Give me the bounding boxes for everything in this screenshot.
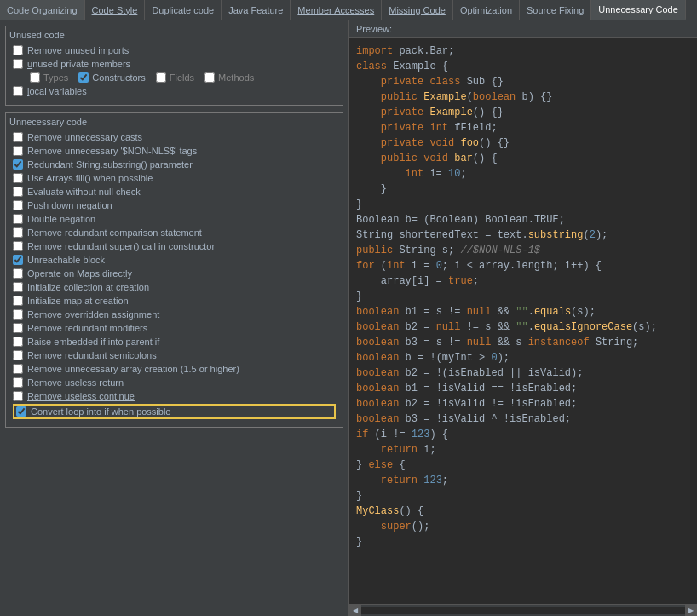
remove-redundant-super-label[interactable]: Remove redundant super() call in constru… [27,241,215,251]
initialize-collection-label[interactable]: Initialize collection at creation [27,282,149,292]
operate-on-maps-label[interactable]: Operate on Maps directly [27,268,132,279]
code-line: } else { [356,458,690,473]
remove-unused-private-members-row: unused private members [13,57,336,71]
code-line: boolean b3 = s != null && s instanceof S… [356,335,690,350]
unnecessary-code-section: Unnecessary code Remove unnecessary cast… [5,112,343,428]
unnecessary-code-title: Unnecessary code [9,117,336,127]
convert-loop-checkbox[interactable] [16,406,26,417]
scroll-track[interactable] [361,607,685,614]
remove-unnecessary-casts-checkbox[interactable] [13,132,23,142]
left-panel: Unused code Remove unused imports unused… [0,20,349,616]
remove-redundant-super-checkbox[interactable] [13,241,23,251]
tab-missing-code[interactable]: Missing Code [382,0,453,20]
code-line: import pack.Bar; [356,43,690,59]
remove-unused-private-members-label[interactable]: unused private members [27,59,130,69]
remove-useless-continue-checkbox[interactable] [13,391,23,401]
initialize-collection-row: Initialize collection at creation [13,280,336,294]
initialize-map-label[interactable]: Initialize map at creation [27,296,129,306]
double-negation-checkbox[interactable] [13,214,23,224]
tab-code-style[interactable]: Code Style [85,0,146,20]
remove-unnecessary-nonnls-checkbox[interactable] [13,146,23,156]
sub-item-types: Types [30,72,68,83]
remove-unused-local-vars-label[interactable]: local variables [27,86,87,96]
remove-redundant-semicolons-label[interactable]: Remove redundant semicolons [27,350,157,360]
remove-overridden-assignment-label[interactable]: Remove overridden assignment [27,309,159,320]
preview-label: Preview: [349,20,697,38]
redundant-substring-label[interactable]: Redundant String.substring() parameter [27,159,193,170]
tab-code-organizing[interactable]: Code Organizing [0,0,85,20]
fields-checkbox[interactable] [156,72,166,83]
tab-source-fixing[interactable]: Source Fixing [520,0,591,20]
use-arrays-fill-checkbox[interactable] [13,173,23,183]
remove-unnecessary-array-label[interactable]: Remove unnecessary array creation (1.5 o… [27,364,239,374]
remove-unused-private-members-checkbox[interactable] [13,59,23,69]
code-line: boolean b2 = !(isEnabled || isValid); [356,366,690,381]
operate-on-maps-checkbox[interactable] [13,268,23,279]
evaluate-without-null-checkbox[interactable] [13,187,23,197]
code-line: boolean b1 = s != null && "".equals(s); [356,304,690,320]
remove-overridden-assignment-row: Remove overridden assignment [13,308,336,321]
sub-items-row: Types Constructors Fields Methods [30,71,336,84]
remove-redundant-comparison-label[interactable]: Remove redundant comparison statement [27,227,202,238]
code-line: super(); [356,519,690,534]
push-down-negation-label[interactable]: Push down negation [27,200,112,210]
remove-unused-local-vars-checkbox[interactable] [13,86,23,96]
operate-on-maps-row: Operate on Maps directly [13,267,336,280]
remove-redundant-comparison-checkbox[interactable] [13,227,23,238]
convert-loop-row: Convert loop into if when possible [13,404,336,419]
unused-code-title: Unused code [9,30,336,40]
code-line: } [356,534,690,550]
initialize-collection-checkbox[interactable] [13,282,23,292]
code-line: class Example { [356,59,690,74]
remove-useless-return-checkbox[interactable] [13,377,23,388]
use-arrays-fill-row: Use Arrays.fill() when possible [13,171,336,185]
constructors-checkbox[interactable] [78,72,89,83]
remove-unnecessary-nonnls-label[interactable]: Remove unnecessary '$NON-NLS$' tags [27,146,197,156]
raise-embedded-if-label[interactable]: Raise embedded if into parent if [27,337,159,347]
horizontal-scrollbar[interactable]: ◀ ▶ [349,604,697,616]
scroll-left-button[interactable]: ◀ [349,605,361,617]
remove-unnecessary-array-row: Remove unnecessary array creation (1.5 o… [13,362,336,376]
remove-unnecessary-casts-label[interactable]: Remove unnecessary casts [27,132,142,142]
code-area[interactable]: import pack.Bar; class Example { private… [349,38,697,604]
remove-overridden-assignment-checkbox[interactable] [13,309,23,320]
constructors-label: Constructors [92,72,145,83]
tab-optimization[interactable]: Optimization [453,0,520,20]
tab-duplicate-code[interactable]: Duplicate code [145,0,222,20]
unreachable-block-checkbox[interactable] [13,255,23,265]
tab-unnecessary-code[interactable]: Unnecessary Code [591,0,686,20]
remove-unused-imports-checkbox[interactable] [13,45,23,55]
push-down-negation-checkbox[interactable] [13,200,23,210]
use-arrays-fill-label[interactable]: Use Arrays.fill() when possible [27,173,153,183]
remove-unnecessary-casts-row: Remove unnecessary casts [13,130,336,144]
raise-embedded-if-checkbox[interactable] [13,337,23,347]
sub-item-constructors: Constructors [78,72,145,83]
remove-useless-continue-row: Remove useless continue [13,389,336,403]
initialize-map-checkbox[interactable] [13,296,23,306]
convert-loop-label[interactable]: Convert loop into if when possible [31,406,170,417]
remove-useless-continue-label[interactable]: Remove useless continue [27,391,135,401]
remove-unused-imports-label[interactable]: Remove unused imports [27,45,129,55]
methods-label: Methods [218,72,254,83]
remove-useless-return-label[interactable]: Remove useless return [27,377,124,388]
code-line: private void foo() {} [356,135,690,151]
code-line: MyClass() { [356,504,690,519]
double-negation-label[interactable]: Double negation [27,214,95,224]
evaluate-without-null-label[interactable]: Evaluate without null check [27,187,141,197]
remove-redundant-semicolons-checkbox[interactable] [13,350,23,360]
redundant-substring-checkbox[interactable] [13,159,23,170]
tab-java-feature[interactable]: Java Feature [222,0,291,20]
code-line: boolean b1 = !isValid == !isEnabled; [356,381,690,396]
scroll-right-button[interactable]: ▶ [685,605,697,617]
code-line: if (i != 123) { [356,427,690,442]
unreachable-block-label[interactable]: Unreachable block [27,255,105,265]
methods-checkbox[interactable] [204,72,215,83]
raise-embedded-if-row: Raise embedded if into parent if [13,335,336,348]
remove-redundant-modifiers-checkbox[interactable] [13,323,23,333]
code-line: } [356,289,690,304]
types-checkbox[interactable] [30,72,40,83]
remove-redundant-modifiers-label[interactable]: Remove redundant modifiers [27,323,147,333]
remove-unnecessary-array-checkbox[interactable] [13,364,23,374]
code-line: boolean b2 = !isValid != !isEnabled; [356,396,690,412]
tab-member-accesses[interactable]: Member Accesses [291,0,382,20]
